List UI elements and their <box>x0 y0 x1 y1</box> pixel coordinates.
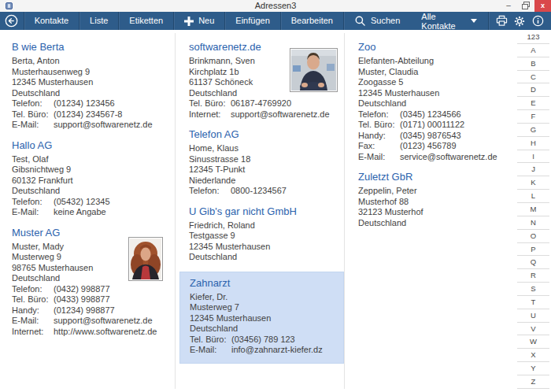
contact-text-line: 32123 Musterhof <box>358 207 508 218</box>
toolbar-separator <box>488 12 489 30</box>
contact-text-line: Kiefer, Dr. <box>190 292 338 303</box>
contact-name[interactable]: Zoo <box>358 41 508 54</box>
kontakte-button[interactable]: Kontakte <box>24 12 79 30</box>
contact-text-line: 12345 Musterhausen <box>12 77 163 88</box>
contact-text-line: Deutschland <box>190 324 338 335</box>
contact-name[interactable]: Telefon AG <box>189 128 339 141</box>
contact-filter-dropdown[interactable]: Alle Kontakte <box>410 12 487 30</box>
contact-text-line: 12345 T-Punkt <box>189 165 339 176</box>
info-icon <box>532 15 544 27</box>
info-button[interactable] <box>529 12 547 30</box>
suchen-button[interactable]: Suchen <box>344 12 410 30</box>
contact-field: Tel. Büro:06187-4769920 <box>189 98 339 109</box>
field-label: E-Mail: <box>12 316 54 327</box>
contact-text-line: Elefanten-Abteilung <box>358 56 508 67</box>
contact-card[interactable]: Zuletzt GbRZeppelin, PeterMusterhof 8832… <box>358 171 508 228</box>
back-icon <box>5 14 18 28</box>
chevron-down-icon <box>471 19 477 23</box>
contact-field: E-Mail:service@softwarenetz.de <box>358 152 508 163</box>
print-button[interactable] <box>493 12 511 30</box>
contact-name[interactable]: Hallo AG <box>12 139 163 152</box>
suchen-label: Suchen <box>371 12 400 30</box>
field-label: Tel. Büro: <box>190 335 231 346</box>
contact-field: E-Mail:info@zahnarzt-kiefer.dz <box>190 345 338 356</box>
contact-field: Telefon:(05432) 12345 <box>12 197 163 208</box>
index-letter-B[interactable]: B <box>517 57 549 71</box>
neu-button[interactable]: Neu <box>174 12 224 30</box>
index-letter-Z[interactable]: Z <box>517 375 549 389</box>
contact-card[interactable]: ZahnarztKiefer, Dr.Musterweg 712345 Must… <box>179 272 344 364</box>
index-letter-Y[interactable]: Y <box>517 362 549 375</box>
restore-button[interactable] <box>517 0 534 12</box>
contact-text-line: 12345 Musterhausen <box>190 313 338 324</box>
index-letter-U[interactable]: U <box>517 309 549 323</box>
contact-field: Telefon:0800-1234567 <box>189 186 339 197</box>
contact-card[interactable]: softwarenetz.deBrinkmann, SvenKirchplatz… <box>189 41 339 120</box>
field-label: Telefon: <box>12 98 54 109</box>
index-letter-N[interactable]: N <box>517 216 549 230</box>
etiketten-button[interactable]: Etiketten <box>119 12 173 30</box>
field-value: info@zahnarzt-kiefer.dz <box>231 345 323 354</box>
contact-card[interactable]: ZooElefanten-AbteilungMuster, ClaudiaZoo… <box>358 41 508 162</box>
close-button[interactable]: x <box>534 0 551 12</box>
index-letter-O[interactable]: O <box>517 230 549 243</box>
contact-name[interactable]: B wie Berta <box>12 41 163 54</box>
index-letter-W[interactable]: W <box>517 335 549 349</box>
contact-column-3: ZooElefanten-AbteilungMuster, ClaudiaZoo… <box>358 41 508 237</box>
einfuegen-button[interactable]: Einfügen <box>225 12 279 30</box>
minimize-button[interactable]: – <box>500 0 517 12</box>
field-label: Tel. Büro: <box>189 98 231 109</box>
index-letter-A[interactable]: A <box>517 44 549 57</box>
index-letter-Q[interactable]: Q <box>517 256 549 269</box>
gear-icon <box>514 16 525 27</box>
index-letter-H[interactable]: H <box>517 137 549 150</box>
contact-photo <box>290 48 338 92</box>
field-label: Handy: <box>12 305 54 316</box>
field-value: (0123) 456789 <box>400 141 457 150</box>
bearbeiten-button[interactable]: Bearbeiten <box>281 12 343 30</box>
index-letter-K[interactable]: K <box>517 176 549 190</box>
index-letter-F[interactable]: F <box>517 110 549 124</box>
contact-text-line: Zoogasse 5 <box>358 77 508 88</box>
index-letter-123[interactable]: 123 <box>517 31 549 44</box>
contact-text-line: 12345 Musterhausen <box>189 242 339 253</box>
index-letter-E[interactable]: E <box>517 97 549 110</box>
field-value: (0171) 00011122 <box>400 120 464 129</box>
index-letter-C[interactable]: C <box>517 71 549 84</box>
contact-card[interactable]: B wie BertaBerta, AntonMusterhausenweg 9… <box>12 41 163 131</box>
contact-text-line: Deutschland <box>358 98 508 109</box>
liste-button[interactable]: Liste <box>80 12 118 30</box>
field-label: E-Mail: <box>12 120 54 131</box>
index-letter-T[interactable]: T <box>517 296 549 309</box>
column-divider <box>344 33 345 389</box>
back-button[interactable] <box>0 12 24 30</box>
contact-name[interactable]: Zuletzt GbR <box>358 171 508 183</box>
index-letter-M[interactable]: M <box>517 203 549 216</box>
contact-name[interactable]: Zahnarzt <box>190 277 338 290</box>
index-letter-V[interactable]: V <box>517 323 549 336</box>
alphabet-index: 123ABCDEFGHIJKLMNOPQRSTUVWXYZ <box>517 31 549 389</box>
index-letter-P[interactable]: P <box>517 243 549 257</box>
field-value: 0800-1234567 <box>231 186 287 195</box>
field-value: (03456) 789 123 <box>231 335 295 344</box>
index-letter-L[interactable]: L <box>517 190 549 203</box>
contact-card[interactable]: U Gib's gar nicht GmbHFriedrich, RolandT… <box>189 205 339 263</box>
index-letter-X[interactable]: X <box>517 349 549 362</box>
contact-name[interactable]: U Gib's gar nicht GmbH <box>189 205 339 218</box>
index-letter-I[interactable]: I <box>517 150 549 164</box>
index-letter-G[interactable]: G <box>517 124 549 137</box>
field-label: E-Mail: <box>190 345 231 356</box>
contact-card[interactable]: Telefon AGHome, KlausSinusstrasse 181234… <box>189 128 339 197</box>
field-value: support@softwarenetz.de <box>54 316 153 325</box>
index-letter-J[interactable]: J <box>517 163 549 176</box>
settings-button[interactable] <box>511 12 529 30</box>
contact-card[interactable]: Hallo AGTest, OlafGibsnichtweg 960132 Fr… <box>12 139 163 218</box>
contact-text-line: Testgasse 9 <box>189 231 339 242</box>
contact-card[interactable]: Muster AGMuster, MadyMusterweg 998765 Mu… <box>12 227 163 338</box>
index-letter-D[interactable]: D <box>517 83 549 97</box>
index-letter-R[interactable]: R <box>517 269 549 283</box>
contact-text-line: Deutschland <box>189 252 339 263</box>
field-value: 06187-4769920 <box>231 98 291 108</box>
field-value: (01234) 123456 <box>54 98 115 108</box>
index-letter-S[interactable]: S <box>517 283 549 296</box>
